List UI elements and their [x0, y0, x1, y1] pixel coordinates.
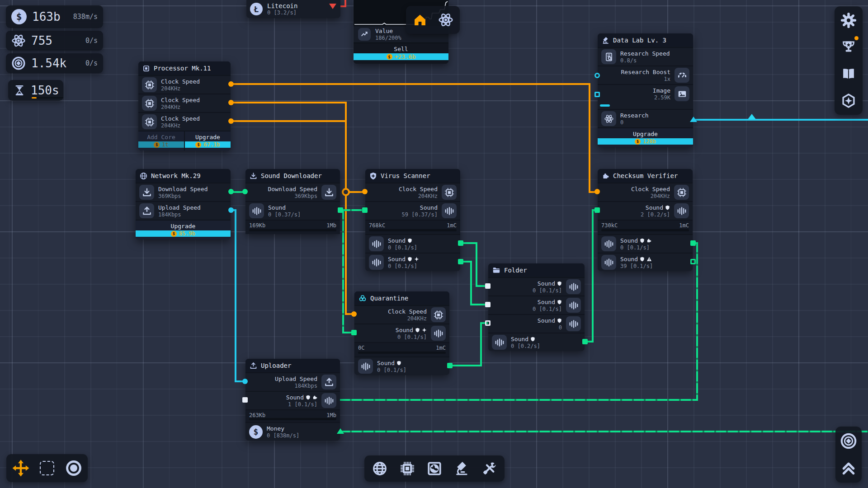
collapse-button[interactable] — [837, 455, 860, 481]
sound-output-row: Sound0 [0.2/s] — [488, 333, 585, 351]
tools-tab-button[interactable] — [477, 457, 501, 480]
uploader-header[interactable]: Uploader — [245, 359, 340, 372]
codex-button[interactable] — [837, 61, 860, 87]
sound-input-port[interactable] — [594, 207, 600, 213]
clean-sound-output-port[interactable] — [458, 240, 463, 246]
wire-research — [693, 119, 868, 121]
home-button[interactable] — [409, 9, 431, 31]
sound-output-port[interactable] — [447, 363, 453, 368]
download-output-port[interactable] — [228, 189, 234, 194]
wire-quarantine-out — [480, 323, 482, 366]
cooling-tab-button[interactable] — [423, 457, 446, 480]
cursor-toolbar — [6, 454, 88, 482]
clock-row: Clock Speed204KHz — [138, 112, 231, 131]
node-title: Uploader — [261, 362, 291, 369]
target-button[interactable] — [837, 428, 860, 454]
sell-label: Sell — [354, 46, 448, 52]
image-input-port-empty[interactable] — [594, 92, 600, 97]
shield-badge-icon — [396, 361, 401, 366]
corrupt-sound-output-port[interactable] — [690, 259, 696, 264]
globe-icon — [140, 172, 147, 180]
verified-sound-output-port[interactable] — [690, 240, 696, 246]
shield-badge-icon — [557, 318, 562, 323]
boost-input-port-empty[interactable] — [594, 73, 600, 78]
upload-output-port[interactable] — [228, 207, 234, 213]
research-row: Research0 — [598, 109, 693, 127]
data-lab-node[interactable]: Data Lab Lv. 3 Research Speed0.8/s Resea… — [598, 33, 693, 147]
quarantine-header[interactable]: Quarantine — [354, 291, 449, 305]
network-tab-button[interactable] — [368, 457, 392, 480]
download-speed-row: Download Speed369Kbps — [136, 183, 231, 201]
sound-input-port[interactable] — [485, 283, 491, 289]
wire-checksum-out — [696, 242, 698, 401]
upload-input-port[interactable] — [242, 379, 248, 384]
research-tab-button[interactable] — [450, 457, 473, 480]
settings-button[interactable] — [837, 8, 860, 33]
prestige-button[interactable] — [837, 88, 860, 113]
game-canvas[interactable]: $ 163b 838m/s 755 0/s 1.54k 0/s 150s Ł L… — [0, 0, 868, 488]
quarantine-node[interactable]: Quarantine Clock Speed204KHz Sound0 [0.1… — [354, 291, 449, 375]
move-tool-button[interactable] — [9, 456, 33, 480]
folder-node[interactable]: Folder Sound0 [0.1/s] Sound0 [0.1/s] Sou… — [488, 263, 585, 351]
litecoin-node[interactable]: Ł Litecoin 0 [3.2/s] — [246, 0, 340, 18]
sidebar-menu — [835, 6, 863, 115]
clock-input-port[interactable] — [594, 189, 600, 194]
sound-downloader-node[interactable]: Sound Downloader Download Speed369Kbps S… — [245, 169, 340, 234]
sound-output-port[interactable] — [582, 339, 588, 344]
virus-scanner-header[interactable]: Virus Scanner — [365, 169, 460, 183]
sound-input-port-empty[interactable] — [485, 320, 491, 326]
sound-input-port[interactable] — [485, 302, 491, 307]
uploader-node[interactable]: Uploader Upload Speed184Kbps Sound1 [0.1… — [245, 359, 340, 441]
network-node[interactable]: Network Mk.29 Download Speed369Kbps Uplo… — [136, 169, 231, 239]
money-output-port[interactable] — [337, 428, 344, 434]
sound-input-port[interactable] — [242, 397, 248, 403]
sound-icon — [601, 236, 616, 251]
folder-icon — [492, 266, 500, 274]
checksum-header[interactable]: Checksum Verifier — [598, 169, 693, 183]
storage-used: 263Kb — [249, 412, 265, 422]
warning-badge-icon — [646, 257, 652, 262]
cycles-used: 730kC — [601, 222, 618, 234]
marquee-icon — [40, 461, 54, 475]
shield-virus-icon — [369, 172, 377, 180]
upgrade-button[interactable]: Upgrade $85.9b — [136, 221, 231, 239]
build-toolbar — [364, 455, 505, 482]
download-input-port[interactable] — [242, 189, 248, 194]
sound-icon — [431, 326, 446, 341]
folder-header[interactable]: Folder — [488, 263, 585, 277]
wire-folder-out — [592, 209, 594, 343]
value-amount: 186/200% — [375, 35, 401, 41]
virus-scanner-node[interactable]: Virus Scanner Clock Speed204KHz Sound59 … — [365, 169, 460, 271]
clock-output-port[interactable] — [228, 118, 234, 124]
network-header[interactable]: Network Mk.29 — [136, 169, 231, 183]
achievements-button[interactable] — [837, 34, 860, 60]
coin-sell-port[interactable] — [329, 4, 336, 9]
processor-header[interactable]: Processor Mk.11 — [138, 61, 231, 75]
sound-icon — [442, 203, 457, 218]
add-core-button[interactable]: Add Core $1t — [138, 131, 184, 150]
money-row: $ Money0 [838m/s] — [245, 422, 340, 441]
clock-output-port[interactable] — [228, 100, 234, 105]
clock-input-port[interactable] — [362, 189, 368, 194]
research-view-button[interactable] — [434, 9, 457, 31]
sound-input-row: Sound0 [0.1/s] — [488, 277, 585, 296]
sound-downloader-header[interactable]: Sound Downloader — [245, 169, 340, 183]
sound-output-port[interactable] — [338, 207, 343, 213]
processor-node[interactable]: Processor Mk.11 Clock Speed204KHz Clock … — [138, 61, 231, 150]
trend-icon — [358, 28, 371, 41]
sound-input-row: Sound0 [0.1/s] — [354, 324, 449, 342]
checksum-verifier-node[interactable]: Checksum Verifier Clock Speed204KHz Soun… — [598, 169, 693, 271]
processor-tab-button[interactable] — [396, 457, 419, 480]
clock-output-port[interactable] — [228, 81, 234, 87]
circle-tool-button[interactable] — [61, 456, 86, 480]
infected-sound-output-port[interactable] — [458, 259, 463, 264]
sell-button[interactable]: Sell $ +23.6b — [354, 42, 448, 64]
upgrade-button[interactable]: Upgrade $128b — [598, 128, 693, 147]
sound-input-port[interactable] — [362, 207, 368, 213]
upgrade-button[interactable]: Upgrade $67.1b — [184, 131, 231, 150]
clock-input-port[interactable] — [351, 311, 357, 317]
select-tool-button[interactable] — [35, 456, 59, 480]
sound-input-port[interactable] — [351, 330, 357, 335]
data-lab-header[interactable]: Data Lab Lv. 3 — [598, 33, 693, 47]
research-output-port[interactable] — [690, 117, 697, 122]
